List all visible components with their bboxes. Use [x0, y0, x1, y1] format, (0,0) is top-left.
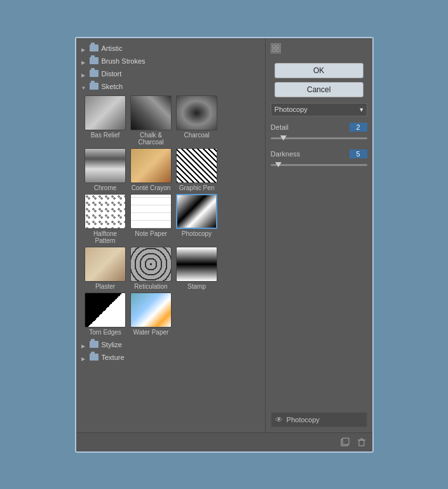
thumb-img-graphic-pen: [176, 148, 217, 183]
thumb-conte-crayon[interactable]: Conté Crayon: [130, 148, 173, 191]
thumb-label-bas-relief: Bas Relief: [91, 132, 120, 139]
darkness-param-row: Darkness: [271, 149, 367, 158]
left-panel: Artistic Brush Strokes Distort Sketch: [76, 38, 266, 432]
darkness-label: Darkness: [271, 150, 300, 158]
folder-icon-artistic: [90, 45, 98, 52]
thumb-img-note-paper: [130, 194, 172, 229]
arrow-artistic: [81, 45, 88, 52]
thumb-label-stamp: Stamp: [187, 283, 206, 290]
folder-icon-distort: [90, 70, 98, 77]
thumb-charcoal[interactable]: Charcoal: [175, 95, 219, 146]
thumb-img-chrome: [85, 148, 126, 183]
filter-dropdown[interactable]: Photocopy ▾: [271, 103, 367, 116]
thumb-label-chalk-charcoal: Chalk & Charcoal: [130, 132, 173, 146]
svg-rect-5: [343, 438, 349, 444]
new-layer-icon: [340, 437, 350, 447]
arrow-stylize: [81, 341, 88, 348]
thumb-label-water-paper: Water Paper: [133, 329, 169, 336]
category-label-texture: Texture: [102, 354, 125, 361]
thumb-img-water-paper: [130, 293, 172, 327]
effects-layer-panel: 👁 Photocopy: [271, 412, 367, 427]
svg-rect-1: [276, 45, 279, 48]
thumb-img-photocopy: [176, 194, 217, 229]
ok-button[interactable]: OK: [275, 63, 363, 78]
darkness-slider-thumb[interactable]: [275, 162, 282, 167]
svg-rect-3: [276, 49, 279, 52]
thumb-torn-edges[interactable]: Torn Edges: [84, 293, 127, 336]
sketch-thumbnails-grid: Bas Relief Chalk & Charcoal Charcoal Chr…: [79, 93, 262, 338]
detail-value[interactable]: [350, 123, 367, 132]
thumb-img-halftone-pattern: [85, 194, 126, 229]
thumb-img-torn-edges: [85, 293, 126, 327]
category-artistic[interactable]: Artistic: [79, 42, 262, 55]
thumb-label-charcoal: Charcoal: [184, 132, 209, 139]
thumb-chalk-charcoal[interactable]: Chalk & Charcoal: [130, 95, 173, 146]
category-brush-strokes[interactable]: Brush Strokes: [79, 55, 262, 67]
thumb-label-chrome: Chrome: [94, 184, 117, 191]
thumb-img-bas-relief: [85, 95, 126, 130]
category-label-artistic: Artistic: [102, 45, 123, 52]
arrow-texture: [81, 354, 88, 361]
delete-effect-layer-button[interactable]: [356, 436, 367, 448]
folder-icon-texture: [90, 354, 98, 361]
thumb-label-halftone-pattern: Halftone Pattern: [84, 230, 127, 244]
folder-icon-sketch: [90, 83, 98, 90]
category-label-distort: Distort: [102, 70, 122, 78]
arrow-distort: [81, 71, 88, 77]
folder-icon-brush-strokes: [90, 57, 98, 64]
thumb-img-stamp: [176, 247, 217, 282]
expand-icon[interactable]: [271, 43, 281, 53]
new-effect-layer-button[interactable]: [339, 436, 351, 448]
svg-rect-0: [273, 45, 275, 48]
thumb-label-graphic-pen: Graphic Pen: [179, 184, 215, 191]
category-label-brush-strokes: Brush Strokes: [102, 57, 146, 65]
detail-slider-thumb[interactable]: [280, 135, 287, 141]
category-sketch[interactable]: Sketch: [79, 80, 262, 93]
category-label-sketch: Sketch: [102, 83, 123, 90]
filter-dropdown-label: Photocopy: [275, 106, 308, 113]
dialog-body: Artistic Brush Strokes Distort Sketch: [76, 38, 372, 432]
detail-label: Detail: [271, 123, 288, 131]
arrow-brush-strokes: [81, 58, 88, 64]
thumb-bas-relief[interactable]: Bas Relief: [84, 95, 127, 146]
thumb-stamp[interactable]: Stamp: [175, 247, 219, 290]
thumb-note-paper[interactable]: Note Paper: [130, 194, 173, 244]
darkness-slider-container: [271, 161, 367, 170]
arrow-sketch: [81, 83, 88, 90]
thumb-img-chalk-charcoal: [130, 95, 172, 130]
thumb-label-photocopy: Photocopy: [182, 230, 212, 237]
thumb-plaster[interactable]: Plaster: [84, 247, 127, 290]
category-texture[interactable]: Texture: [79, 351, 262, 364]
darkness-slider-track: [271, 164, 367, 166]
folder-icon-stylize: [90, 341, 98, 348]
filter-gallery-dialog: Artistic Brush Strokes Distort Sketch: [75, 37, 374, 453]
chevron-down-icon: ▾: [360, 106, 363, 114]
thumb-photocopy[interactable]: Photocopy: [175, 194, 219, 244]
category-stylize[interactable]: Stylize: [79, 338, 262, 351]
thumb-label-plaster: Plaster: [95, 283, 115, 290]
effects-layer-label: Photocopy: [287, 416, 320, 424]
thumb-label-reticulation: Reticulation: [134, 283, 167, 290]
expand-svg: [272, 45, 280, 52]
thumb-graphic-pen[interactable]: Graphic Pen: [175, 148, 219, 191]
darkness-value[interactable]: [350, 149, 367, 158]
svg-rect-2: [273, 49, 275, 52]
thumb-halftone-pattern[interactable]: Halftone Pattern: [84, 194, 127, 244]
thumb-label-torn-edges: Torn Edges: [89, 329, 121, 336]
detail-slider-container: [271, 134, 367, 143]
category-label-stylize: Stylize: [102, 341, 122, 348]
svg-rect-6: [359, 440, 364, 446]
thumb-chrome[interactable]: Chrome: [84, 148, 127, 191]
thumb-label-conte-crayon: Conté Crayon: [132, 184, 171, 191]
thumb-img-conte-crayon: [130, 148, 172, 183]
cancel-button[interactable]: Cancel: [275, 82, 363, 97]
dialog-footer: [76, 432, 372, 451]
thumb-label-note-paper: Note Paper: [135, 230, 167, 237]
thumb-water-paper[interactable]: Water Paper: [130, 293, 173, 336]
thumb-reticulation[interactable]: Reticulation: [130, 247, 173, 290]
thumb-img-reticulation: [130, 247, 172, 282]
detail-param-row: Detail: [271, 123, 367, 132]
eye-icon[interactable]: 👁: [275, 415, 283, 424]
category-distort[interactable]: Distort: [79, 67, 262, 80]
thumb-img-charcoal: [176, 95, 217, 130]
